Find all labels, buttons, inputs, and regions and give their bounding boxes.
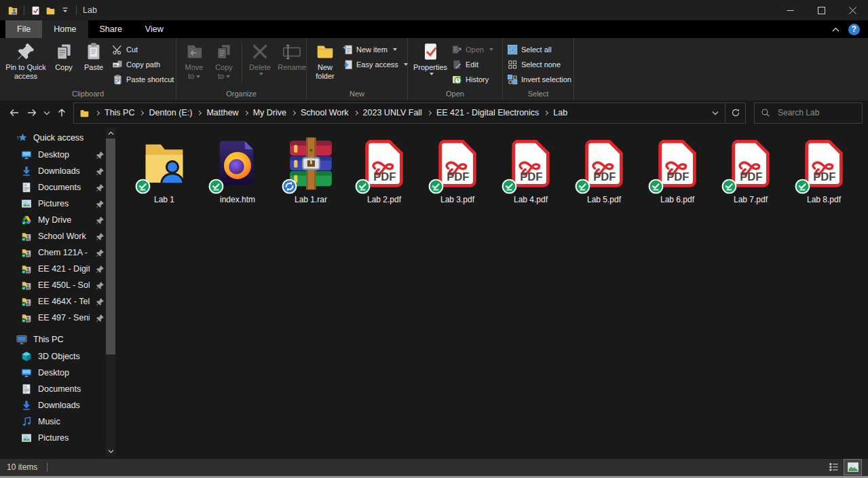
close-button[interactable] xyxy=(837,0,868,20)
scrollbar-down-arrow-icon[interactable] xyxy=(106,446,115,456)
sidebar-item-pc-downloads[interactable]: Downloads xyxy=(0,397,117,413)
group-divider xyxy=(242,42,242,83)
pin-to-quick-access-button[interactable]: Pin to Quick access xyxy=(3,40,49,82)
copy-to-button[interactable]: Copy to xyxy=(209,40,239,82)
sidebar-item-pictures[interactable]: Pictures xyxy=(0,196,117,212)
scrollbar-up-arrow-icon[interactable] xyxy=(106,128,115,138)
copy-path-button[interactable]: Copy path xyxy=(112,58,174,70)
delete-button[interactable]: Delete xyxy=(245,40,275,77)
edit-button[interactable]: Edit xyxy=(451,58,493,70)
sidebar-item-pc-music[interactable]: Music xyxy=(0,413,117,430)
properties-button[interactable]: Properties xyxy=(411,40,450,77)
file-tile-lab1-rar[interactable]: Lab 1.rar xyxy=(274,133,347,204)
help-button[interactable]: ? xyxy=(848,24,860,35)
address-bar[interactable]: This PC Denton (E:) Matthew My Drive Sch… xyxy=(73,103,725,124)
chevron-right-icon xyxy=(139,110,144,115)
file-tile-lab7-pdf[interactable]: Lab 7.pdf xyxy=(714,133,787,204)
select-none-button[interactable]: Select none xyxy=(507,58,571,70)
file-tile-lab8-pdf[interactable]: Lab 8.pdf xyxy=(787,133,861,204)
minimize-button[interactable] xyxy=(774,0,806,20)
document-icon xyxy=(21,384,32,394)
sidebar-item-ee-421[interactable]: EE 421 - Digital E xyxy=(0,261,117,277)
sidebar-item-desktop[interactable]: Desktop xyxy=(0,147,117,163)
details-view-button[interactable] xyxy=(825,460,842,475)
file-tile-lab1-folder[interactable]: Lab 1 xyxy=(128,133,201,204)
file-tile-lab4-pdf[interactable]: Lab 4.pdf xyxy=(494,133,567,204)
new-item-button[interactable]: New item xyxy=(342,43,408,55)
up-button[interactable] xyxy=(53,104,71,122)
breadcrumb-2023-unlv-fall[interactable]: 2023 UNLV Fall xyxy=(360,108,426,117)
qat-properties-button[interactable] xyxy=(28,3,43,18)
breadcrumb-matthew[interactable]: Matthew xyxy=(203,108,242,117)
sidebar-item-downloads[interactable]: Downloads xyxy=(0,163,117,179)
breadcrumb-ee421[interactable]: EE 421 - Digital Electronics xyxy=(433,108,542,117)
sidebar-item-school-work[interactable]: School Work xyxy=(0,228,117,244)
pin-icon xyxy=(96,200,105,208)
breadcrumb-lab[interactable]: Lab xyxy=(550,108,571,117)
breadcrumb-my-drive[interactable]: My Drive xyxy=(250,108,290,117)
sidebar-item-pc-documents[interactable]: Documents xyxy=(0,381,117,397)
sidebar-item-3d-objects[interactable]: 3D Objects xyxy=(0,348,117,365)
pin-icon xyxy=(96,167,105,176)
synced-badge-icon xyxy=(648,179,664,194)
tab-home[interactable]: Home xyxy=(42,20,88,38)
scrollbar-thumb[interactable] xyxy=(106,139,115,354)
forward-button[interactable] xyxy=(23,104,41,122)
download-arrow-icon xyxy=(21,166,32,177)
select-all-button[interactable]: Select all xyxy=(507,43,571,55)
quick-access-star-icon xyxy=(16,132,27,143)
open-button[interactable]: Open xyxy=(451,43,493,55)
cut-button[interactable]: Cut xyxy=(112,43,174,55)
breadcrumb-denton-e[interactable]: Denton (E:) xyxy=(145,108,195,117)
tab-share[interactable]: Share xyxy=(88,20,134,38)
sidebar-item-ee-464x[interactable]: EE 464X - Teleco xyxy=(0,293,117,310)
new-folder-button[interactable]: New folder xyxy=(309,40,341,82)
file-tile-lab6-pdf[interactable]: Lab 6.pdf xyxy=(641,133,714,204)
sidebar-item-ee-450l[interactable]: EE 450L - Solid S xyxy=(0,277,117,293)
maximize-button[interactable] xyxy=(806,0,837,20)
search-box[interactable] xyxy=(754,103,863,124)
file-tile-lab3-pdf[interactable]: Lab 3.pdf xyxy=(421,133,494,204)
breadcrumb-this-pc[interactable]: This PC xyxy=(101,108,138,117)
synced-badge-icon xyxy=(575,179,590,194)
navigation-pane: Quick access Desktop Downloads Documents… xyxy=(0,125,117,459)
chevron-right-icon xyxy=(244,110,248,115)
paste-button[interactable]: Paste xyxy=(79,40,109,73)
back-button[interactable] xyxy=(5,104,23,122)
address-dropdown-chevron[interactable] xyxy=(706,103,725,123)
collapse-ribbon-button[interactable] xyxy=(831,26,840,33)
sidebar-item-ee-497[interactable]: EE 497 - Senior D xyxy=(0,310,117,326)
sidebar-item-my-drive[interactable]: My Drive xyxy=(0,212,117,228)
status-divider xyxy=(47,462,48,472)
tab-file[interactable]: File xyxy=(5,20,42,38)
pictures-icon xyxy=(21,198,32,209)
window-title: Lab xyxy=(83,5,97,15)
sidebar-item-documents[interactable]: Documents xyxy=(0,179,117,196)
invert-selection-button[interactable]: Invert selection xyxy=(507,73,571,85)
easy-access-button[interactable]: Easy access xyxy=(342,58,408,70)
file-tile-index-htm[interactable]: index.htm xyxy=(201,133,274,204)
sidebar-section-quick-access[interactable]: Quick access xyxy=(0,129,117,147)
google-drive-icon xyxy=(21,215,32,225)
copy-button[interactable]: Copy xyxy=(49,40,79,73)
move-to-button[interactable]: Move to xyxy=(179,40,209,82)
large-icons-view-button[interactable] xyxy=(844,460,861,475)
qat-customize-chevron[interactable] xyxy=(58,3,73,18)
paste-shortcut-button[interactable]: Paste shortcut xyxy=(112,73,174,85)
sidebar-section-this-pc[interactable]: This PC xyxy=(0,331,117,348)
search-input[interactable] xyxy=(776,107,856,118)
tab-view[interactable]: View xyxy=(134,20,175,38)
breadcrumb-school-work[interactable]: School Work xyxy=(297,108,352,117)
file-tile-lab2-pdf[interactable]: Lab 2.pdf xyxy=(347,133,421,204)
cube-icon xyxy=(21,351,32,362)
sidebar-item-pc-pictures[interactable]: Pictures xyxy=(0,430,117,446)
recent-locations-chevron[interactable] xyxy=(41,104,53,122)
history-button[interactable]: History xyxy=(451,73,493,85)
sidebar-item-chem-121a[interactable]: Chem 121A - Ge xyxy=(0,244,117,261)
file-tile-lab5-pdf[interactable]: Lab 5.pdf xyxy=(567,133,641,204)
refresh-button[interactable] xyxy=(725,103,746,124)
rename-button[interactable]: Rename xyxy=(275,40,309,73)
sidebar-item-pc-desktop[interactable]: Desktop xyxy=(0,365,117,381)
sidebar-scrollbar[interactable] xyxy=(106,128,115,456)
qat-new-folder-button[interactable] xyxy=(43,3,58,18)
